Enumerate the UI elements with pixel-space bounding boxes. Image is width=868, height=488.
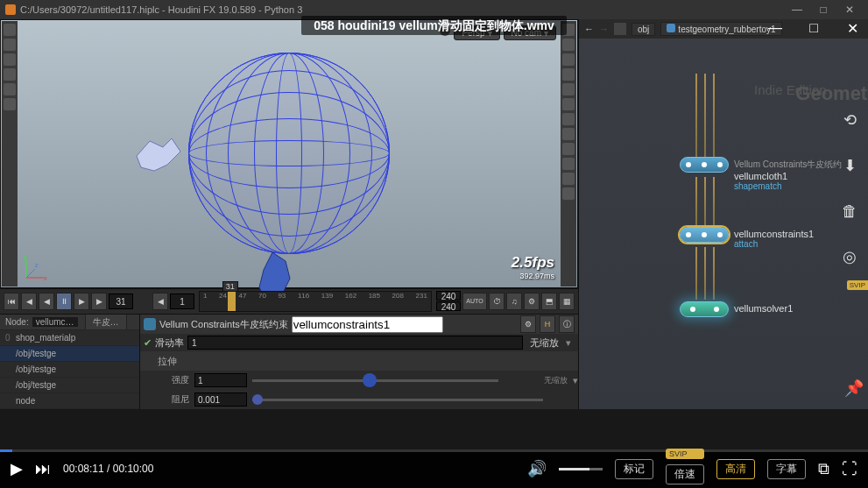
overlay-minimize-button[interactable]: — <box>763 16 787 40</box>
settings-icon[interactable]: ⚙ <box>524 293 540 310</box>
node-name-field[interactable]: vellumc… <box>32 317 78 327</box>
maximize-button[interactable]: □ <box>810 4 836 16</box>
display-icon[interactable] <box>562 24 575 36</box>
tool-icon[interactable] <box>4 68 16 81</box>
viewport-right-toolbar <box>561 21 576 286</box>
help-icon[interactable]: H <box>540 315 555 333</box>
realtime-icon[interactable]: ⏱ <box>489 293 505 310</box>
svg-text:x: x <box>44 275 47 281</box>
pin-icon[interactable]: 📌 <box>842 376 866 400</box>
display-icon[interactable] <box>562 68 575 81</box>
pause-button[interactable]: ⏸ <box>56 293 72 310</box>
display-icon[interactable] <box>562 173 575 185</box>
next-frame-button[interactable]: ▶ <box>91 293 107 310</box>
play-button[interactable]: ▶ <box>11 459 23 478</box>
back-icon[interactable]: ← <box>584 24 594 34</box>
lock-icon[interactable] <box>440 25 450 36</box>
quality-button[interactable]: 高清 <box>716 459 755 479</box>
delete-icon[interactable]: 🗑 <box>835 196 864 226</box>
home-icon[interactable] <box>614 23 626 35</box>
tool-icon[interactable] <box>4 53 16 66</box>
breadcrumb-root[interactable]: obj <box>632 23 655 36</box>
stiffness-input[interactable] <box>194 373 247 387</box>
speed-button[interactable]: 倍速 <box>666 464 704 484</box>
current-frame-field[interactable]: 31 <box>109 294 133 309</box>
persp-dropdown[interactable]: Persp ▾ <box>454 25 499 40</box>
minimize-button[interactable]: — <box>784 4 810 16</box>
video-side-toolbar: ⟲ ⬇ 🗑 ◎ <box>835 105 864 272</box>
play-back-button[interactable]: ◀ <box>39 293 54 310</box>
damping-label: 阻尼 <box>145 393 189 406</box>
display-icon[interactable] <box>562 53 575 66</box>
display-icon[interactable] <box>562 158 575 170</box>
gear-icon[interactable]: ⚙ <box>520 315 536 333</box>
global-end-field[interactable]: 240 <box>436 301 461 311</box>
display-icon[interactable] <box>562 128 575 140</box>
node-info-panel: Node: vellumc… 牛皮… 0shop_materialp /obj/… <box>0 315 140 409</box>
loop-icon[interactable]: ◎ <box>835 242 864 272</box>
node-name-input[interactable] <box>292 316 443 333</box>
camera-dropdown[interactable]: No cam ▾ <box>504 25 556 40</box>
share-icon[interactable]: ⟲ <box>835 105 864 135</box>
audio-icon[interactable]: ♫ <box>506 293 522 310</box>
fps-display: 2.5fps 392.97ms <box>512 254 554 280</box>
fullscreen-icon[interactable]: ⛶ <box>842 460 857 478</box>
next-button[interactable]: ⏭ <box>35 460 51 478</box>
damping-input[interactable] <box>194 393 247 407</box>
first-frame-button[interactable]: ⏮ <box>4 293 19 310</box>
tool-icon[interactable] <box>4 83 16 95</box>
node-vellumsolver[interactable]: vellumsolver1 <box>680 301 793 317</box>
damping-slider[interactable] <box>252 399 543 401</box>
timeline: ⏮ ◀ ◀ ⏸ ▶ ▶ 31 ◀ 1 31 124477093116139162… <box>0 288 578 314</box>
auto-button[interactable]: AUTO <box>462 293 487 310</box>
volume-icon[interactable]: 🔊 <box>527 459 547 478</box>
slide-rate-label: 滑动率 <box>155 336 184 350</box>
overlay-maximize-button[interactable]: □ <box>801 16 826 40</box>
download-icon[interactable]: ⬇ <box>835 151 864 180</box>
range-start-field[interactable]: 1 <box>170 294 194 309</box>
node-vellumconstraints[interactable]: vellumconstraints1attach <box>680 227 814 249</box>
display-icon[interactable] <box>562 187 575 200</box>
tool-icon[interactable] <box>4 98 16 110</box>
display-icon[interactable] <box>562 83 575 95</box>
app-icon <box>5 4 16 15</box>
node-label: Node: <box>5 317 29 327</box>
range-end-field[interactable]: 240 <box>436 291 461 301</box>
section-header[interactable]: 拉伸 <box>158 355 177 368</box>
file-path: C:/Users/30972/untitled117.hiplc - Houdi… <box>20 4 302 15</box>
bookmark-button[interactable]: 标记 <box>615 459 653 479</box>
progress-bar[interactable] <box>0 449 868 452</box>
node-vellumcloth[interactable]: Vellum Constraints牛皮纸约vellumcloth1shapem… <box>680 157 842 191</box>
slide-rate-input[interactable] <box>187 336 523 350</box>
param-tab[interactable]: 牛皮… <box>85 315 127 330</box>
anim-icon[interactable]: ▦ <box>559 293 575 310</box>
viewport-left-toolbar <box>2 21 18 286</box>
prev-frame-button[interactable]: ◀ <box>21 293 37 310</box>
display-icon[interactable] <box>562 113 575 125</box>
check-icon[interactable]: ✔ <box>144 337 152 349</box>
info-icon[interactable]: ⓘ <box>559 315 575 333</box>
play-button[interactable]: ▶ <box>74 293 89 310</box>
stiffness-label: 强度 <box>145 374 189 386</box>
node-type-icon <box>144 318 156 330</box>
pip-icon[interactable]: ⧉ <box>818 460 829 478</box>
scene-viewport[interactable]: Persp ▾ No cam ▾ 2.5fps 392.97ms <box>0 19 578 288</box>
display-icon[interactable] <box>562 98 575 110</box>
forward-icon[interactable]: → <box>599 24 609 34</box>
tool-icon[interactable] <box>4 24 16 36</box>
stiffness-slider[interactable] <box>252 379 498 382</box>
subtitle-button[interactable]: 字幕 <box>767 459 806 479</box>
network-editor[interactable]: ← → obj testgeometry_rubbertoy1 Indie Ed… <box>578 19 868 409</box>
range-start-button[interactable]: ◀ <box>152 293 168 310</box>
video-player-bar: ▶ ⏭ 00:08:11 / 00:10:00 🔊 标记 SVIP 倍速 高清 … <box>0 449 868 488</box>
display-icon[interactable] <box>562 143 575 155</box>
volume-slider[interactable] <box>559 468 603 470</box>
keys-icon[interactable]: ⬒ <box>541 293 557 310</box>
rubbertoy-mesh <box>132 134 185 178</box>
close-button[interactable]: ✕ <box>836 4 863 16</box>
display-icon[interactable] <box>562 39 575 51</box>
tool-icon[interactable] <box>4 39 16 51</box>
wireframe-sphere <box>188 53 390 254</box>
frame-ruler[interactable]: 31 124477093116139162185208231 <box>199 291 432 312</box>
overlay-close-button[interactable]: ✕ <box>840 16 864 40</box>
